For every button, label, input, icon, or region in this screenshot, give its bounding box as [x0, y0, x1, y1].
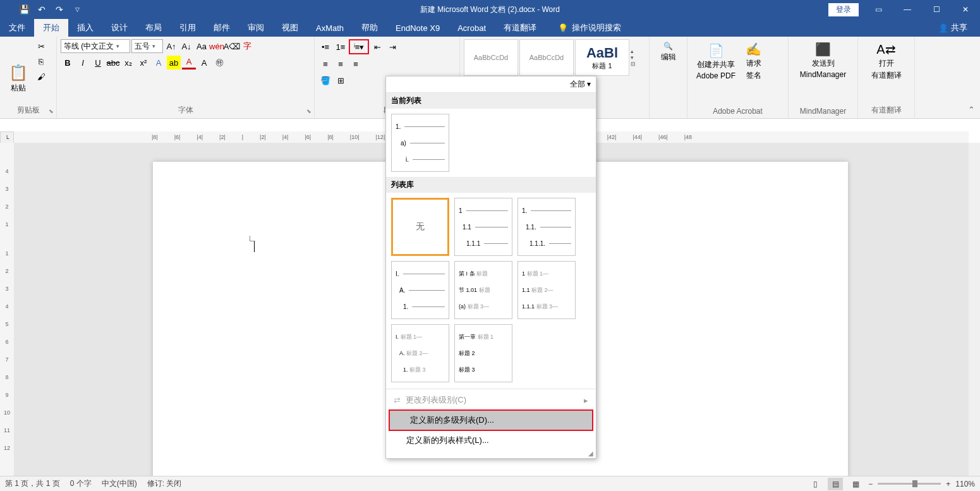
vertical-scrollbar[interactable]: [969, 143, 980, 476]
tab-layout[interactable]: 布局: [136, 19, 171, 37]
underline-icon[interactable]: U: [91, 56, 105, 70]
bold-icon[interactable]: B: [61, 56, 75, 70]
styles-scroll-up-icon[interactable]: ▴: [631, 48, 636, 54]
tab-home[interactable]: 开始: [34, 19, 68, 37]
request-sign-button[interactable]: ✍ 请求 签名: [741, 39, 766, 83]
list-none[interactable]: 无: [391, 198, 449, 256]
ribbon-display-icon[interactable]: ▭: [864, 0, 893, 19]
tab-help[interactable]: 帮助: [353, 19, 387, 37]
character-border-icon[interactable]: 字: [240, 39, 254, 53]
tab-youdao[interactable]: 有道翻译: [495, 19, 545, 37]
share-button[interactable]: 👤 共享: [938, 22, 967, 33]
define-new-multilevel-list[interactable]: 定义新的多级列表(D)...: [389, 409, 593, 431]
indent-icon: ⇄: [394, 396, 401, 405]
decrease-indent-icon[interactable]: ⇤: [370, 40, 384, 54]
resize-grip-icon[interactable]: ◢: [386, 450, 596, 458]
undo-icon[interactable]: ↶: [37, 4, 47, 15]
track-changes-status[interactable]: 修订: 关闭: [147, 478, 182, 489]
tab-acrobat[interactable]: Acrobat: [449, 19, 495, 37]
format-painter-icon[interactable]: 🖌: [34, 70, 48, 83]
subscript-icon[interactable]: x₂: [121, 56, 135, 70]
list-style-1[interactable]: 1 1.1 1.1.1: [454, 198, 512, 256]
create-pdf-button[interactable]: 📄 创建并共享 Adobe PDF: [691, 39, 741, 83]
read-mode-icon[interactable]: ▯: [808, 478, 823, 490]
font-size-combo[interactable]: 五号: [131, 39, 163, 53]
zoom-in-icon[interactable]: +: [946, 480, 950, 488]
collapse-ribbon-icon[interactable]: ⌃: [968, 105, 975, 114]
login-button[interactable]: 登录: [828, 3, 859, 16]
styles-more-icon[interactable]: ⊟: [631, 61, 636, 67]
bullets-icon[interactable]: •≡: [318, 40, 332, 54]
minimize-icon[interactable]: —: [893, 0, 922, 19]
tab-axmath[interactable]: AxMath: [307, 19, 353, 37]
borders-icon[interactable]: ⊞: [334, 73, 348, 87]
filter-all[interactable]: 全部 ▾: [570, 79, 591, 90]
tab-review[interactable]: 审阅: [239, 19, 273, 37]
save-icon[interactable]: 💾: [19, 4, 29, 15]
maximize-icon[interactable]: ☐: [922, 0, 951, 19]
clear-format-icon[interactable]: A⌫: [225, 39, 239, 53]
cut-icon[interactable]: ✂: [34, 39, 48, 53]
tab-file[interactable]: 文件: [0, 19, 34, 37]
italic-icon[interactable]: I: [76, 56, 90, 70]
tab-references[interactable]: 引用: [171, 19, 205, 37]
font-name-combo[interactable]: 等线 (中文正文: [61, 39, 130, 53]
character-shading-icon[interactable]: A: [197, 56, 211, 70]
redo-icon[interactable]: ↷: [54, 4, 64, 15]
youdao-button[interactable]: A⇄ 打开 有道翻译: [862, 39, 910, 83]
style-normal[interactable]: AaBbCcDd: [464, 39, 518, 76]
style-heading1[interactable]: AaBl 标题 1: [575, 39, 629, 76]
superscript-icon[interactable]: x²: [136, 56, 150, 70]
change-case-icon[interactable]: Aa: [195, 39, 209, 53]
grow-font-icon[interactable]: A↑: [164, 39, 178, 53]
align-left-icon[interactable]: ≡: [318, 57, 332, 71]
style-no-spacing[interactable]: AaBbCcDd: [519, 39, 574, 76]
font-expand-icon[interactable]: ⬊: [306, 108, 312, 114]
highlight-icon[interactable]: ab: [167, 56, 181, 70]
strikethrough-icon[interactable]: abc: [106, 56, 120, 70]
web-layout-icon[interactable]: ▦: [848, 478, 863, 490]
zoom-level[interactable]: 110%: [955, 480, 975, 488]
vertical-ruler[interactable]: 4321123456789101112: [0, 143, 14, 476]
styles-scroll-down-icon[interactable]: ▾: [631, 54, 636, 61]
page-count[interactable]: 第 1 页，共 1 页: [5, 478, 60, 489]
copy-icon[interactable]: ⎘: [34, 54, 48, 68]
multilevel-list-button[interactable]: ⁱ≡▾: [349, 39, 369, 54]
list-style-4[interactable]: 第 I 条 标题 节 1.01 标题 (a) 标题 3—: [454, 261, 512, 319]
list-style-5[interactable]: 1 标题 1— 1.1 标题 2— 1.1.1 标题 3—: [517, 261, 576, 319]
tab-design[interactable]: 设计: [102, 19, 136, 37]
list-style-3[interactable]: I. A. 1.: [391, 261, 449, 319]
shrink-font-icon[interactable]: A↓: [179, 39, 193, 53]
list-style-2[interactable]: 1. 1.1. 1.1.1.: [517, 198, 576, 256]
zoom-slider[interactable]: [878, 483, 941, 485]
zoom-out-icon[interactable]: −: [868, 480, 873, 488]
align-center-icon[interactable]: ≡: [334, 57, 348, 71]
language-status[interactable]: 中文(中国): [102, 478, 137, 489]
increase-indent-icon[interactable]: ⇥: [385, 40, 399, 54]
define-new-list-style[interactable]: 定义新的列表样式(L)...: [386, 431, 596, 450]
clipboard-expand-icon[interactable]: ⬊: [49, 108, 54, 114]
create-pdf-l1: 创建并共享: [697, 59, 735, 70]
send-mindmanager-button[interactable]: ⬛ 发送到 MindManager: [792, 39, 854, 82]
current-list-header: 当前列表: [386, 93, 596, 109]
tab-mailings[interactable]: 邮件: [205, 19, 239, 37]
shading-icon[interactable]: 🪣: [318, 73, 332, 87]
word-count[interactable]: 0 个字: [70, 478, 92, 489]
qat-customize-icon[interactable]: ▽: [72, 4, 82, 15]
current-list-preview[interactable]: 1. a) i.: [391, 114, 449, 172]
numbering-icon[interactable]: 1≡: [334, 40, 348, 54]
font-color-icon[interactable]: A: [182, 56, 196, 70]
enclose-char-icon[interactable]: ㊕: [212, 56, 226, 70]
align-right-icon[interactable]: ≡: [349, 57, 363, 71]
list-style-7[interactable]: 第一章 标题 1 标题 2 标题 3: [454, 324, 512, 382]
tab-insert[interactable]: 插入: [68, 19, 102, 37]
text-effects-icon[interactable]: A: [152, 56, 166, 70]
tab-endnote[interactable]: EndNote X9: [387, 19, 449, 37]
phonetic-guide-icon[interactable]: wén: [210, 39, 224, 53]
close-icon[interactable]: ✕: [951, 0, 980, 19]
editing-button[interactable]: 🔍 编辑: [653, 39, 683, 65]
tab-view[interactable]: 视图: [273, 19, 307, 37]
list-style-6[interactable]: I. 标题 1— A. 标题 2— 1. 标题 3: [391, 324, 449, 382]
tell-me-search[interactable]: 💡 操作说明搜索: [558, 22, 621, 33]
print-layout-icon[interactable]: ▤: [828, 478, 843, 490]
